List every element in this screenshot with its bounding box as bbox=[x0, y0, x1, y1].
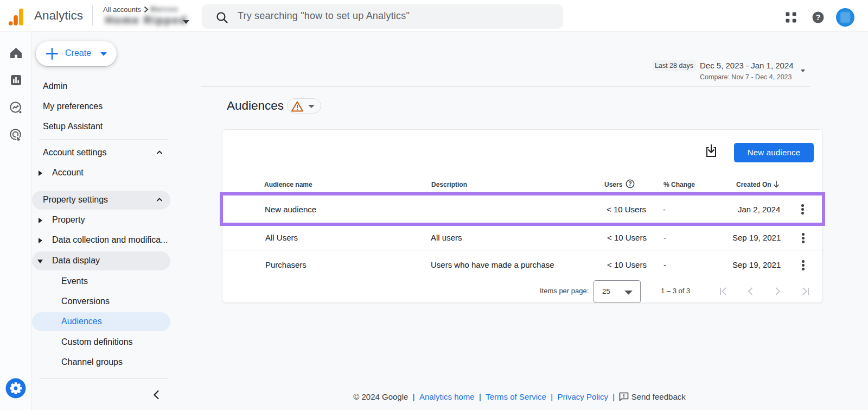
svg-text:?: ? bbox=[628, 180, 631, 187]
svg-text:?: ? bbox=[816, 13, 821, 22]
